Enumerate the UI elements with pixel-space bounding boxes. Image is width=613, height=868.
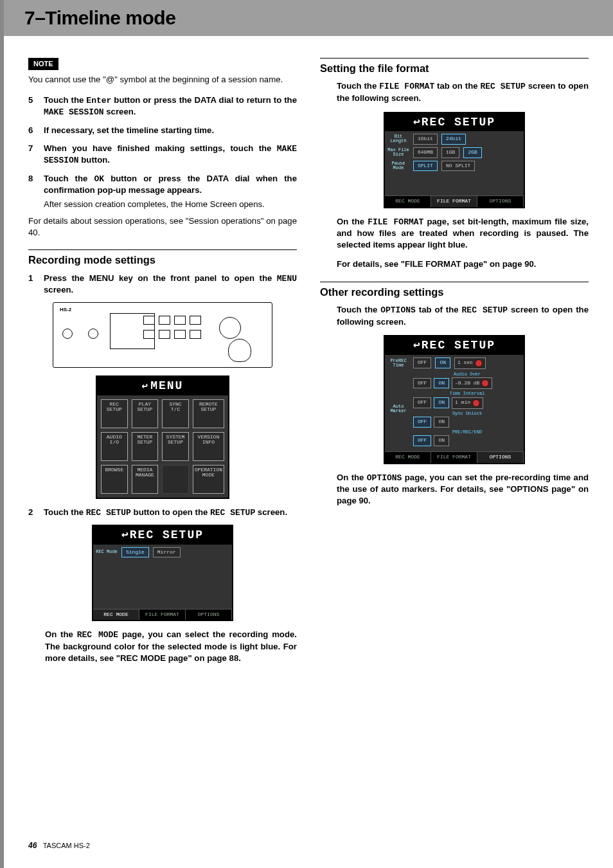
knob-icon [475,359,483,367]
heading-recording-mode: Recording mode settings [28,249,297,267]
rec-setup-recmode-screenshot: ↩REC SETUP REC Mode Single Mirror REC MO… [92,525,233,621]
single-button: Single [121,547,149,558]
heading-file-format: Setting the file format [320,58,589,75]
menu-cell: BROWSE [101,465,128,494]
step-8: 8 Touch the OK button or press the DATA … [28,173,297,210]
options-intro: Touch the OPTIONS tab of the REC SETUP s… [337,304,589,327]
page-number: 46 [28,841,37,850]
left-column: NOTE You cannot use the "@" symbol at th… [28,58,297,671]
rmstep-1: 1 Press the MENU key on the front panel … [28,273,297,296]
note-text: You cannot use the "@" symbol at the beg… [28,74,297,86]
page-title: 7–Timeline mode [24,7,175,29]
menu-cell: AUDIO I/O [101,432,128,461]
back-icon: ↩ [413,339,422,352]
back-icon: ↩ [121,529,130,541]
session-footnote: For details about session operations, se… [28,215,297,239]
rec-setup-fileformat-screenshot: ↩REC SETUP Bit Length 16bit 24bit Max Fi… [384,112,525,208]
footer-model: TASCAM HS-2 [43,842,90,849]
page-footer: 46 TASCAM HS-2 [28,841,90,850]
finger-icon [228,339,251,362]
steps-continued: 5 Touch the Enter button or press the DA… [28,95,297,210]
back-icon: ↩ [413,116,422,129]
file-format-ref: For details, see "FILE FORMAT page" on p… [337,258,589,270]
file-format-desc: On the FILE FORMAT page, set bit-length,… [337,216,589,251]
menu-cell: SYSTEM SETUP [162,432,189,461]
device-illustration: HS-2 [53,302,272,368]
step-6: 6 If necessary, set the timeline startin… [28,125,297,136]
rec-mode-desc: On the REC MODE page, you can select the… [45,629,297,664]
file-format-intro: Touch the FILE FORMAT tab on the REC SET… [337,80,589,104]
rec-mode-steps-2: 2 Touch the REC SETUP button to open the… [28,507,297,519]
headphone-knob-icon [62,329,73,339]
right-column: Setting the file format Touch the FILE F… [320,58,589,671]
knob-icon [481,379,489,387]
knob-icon [472,399,480,407]
step-7: 7 When you have finished making settings… [28,143,297,167]
back-icon: ↩ [142,381,150,392]
menu-cell: METER SETUP [132,432,159,461]
tab-rec-mode: REC MODE [93,610,139,620]
page-header: 7–Timeline mode [4,0,613,36]
menu-cell: SYNC T/C [162,399,189,428]
menu-cell: REC SETUP [101,399,128,428]
menu-cell: VERSION INFO [193,432,224,461]
tab-options: OPTIONS [186,610,232,620]
data-dial-icon [219,317,241,339]
menu-cell-empty [162,465,189,494]
menu-cell: OPERATION MODE [193,465,224,494]
headphone-knob-icon [88,329,98,339]
rec-setup-options-screenshot: ↩REC SETUP PreREC Time OFF ON 1 sec Auto… [384,335,525,464]
heading-other-recording: Other recording settings [320,282,589,299]
menu-cell: MEDIA MANAGE [132,465,159,494]
rec-mode-steps: 1 Press the MENU key on the front panel … [28,273,297,296]
menu-cell: PLAY SETUP [132,399,159,428]
options-desc: On the OPTIONS page, you can set the pre… [337,472,589,507]
rmstep-2: 2 Touch the REC SETUP button to open the… [28,507,297,519]
note-label: NOTE [28,58,58,70]
step-5: 5 Touch the Enter button or press the DA… [28,95,297,118]
menu-cell: REMOTE SETUP [193,399,224,428]
menu-screenshot: ↩MENU REC SETUP PLAY SETUP SYNC T/C REMO… [96,375,229,499]
mirror-button: Mirror [153,547,181,558]
tab-file-format: FILE FORMAT [139,610,186,620]
